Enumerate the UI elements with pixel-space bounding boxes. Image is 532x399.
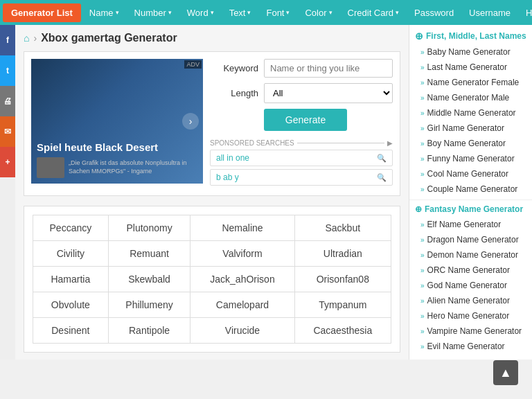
sidebar-link[interactable]: »ORC Name Generator: [409, 263, 532, 278]
sidebar-section-fantasy: ⊕ Fantasy Name Generator: [409, 200, 532, 217]
ad-title: Spiel heute Black Desert: [37, 141, 197, 153]
chevron-icon: »: [420, 109, 425, 117]
result-cell[interactable]: Valviform: [190, 241, 294, 267]
sidebar-section-2-label: Fantasy Name Generator: [425, 204, 523, 214]
generator-list-button[interactable]: Generator List: [3, 3, 81, 22]
sidebar-link[interactable]: »Demon Name Generator: [409, 247, 532, 263]
sidebar-link[interactable]: »Elf Name Generator: [409, 217, 532, 232]
result-cell[interactable]: Camelopard: [190, 292, 294, 318]
sidebar-link[interactable]: »Hero Name Generator: [409, 308, 532, 323]
nav-number[interactable]: Number▾: [127, 3, 179, 22]
sidebar-link[interactable]: »Vampire Name Generator: [409, 323, 532, 339]
sidebar-link[interactable]: »Name Generator Male: [409, 90, 532, 105]
sidebar-link[interactable]: »Last Name Generator: [409, 60, 532, 75]
result-cell[interactable]: Virucide: [190, 318, 294, 344]
sponsored-label: SPONSORED SEARCHES ▶: [210, 139, 393, 147]
keyword-input[interactable]: [264, 59, 393, 78]
sidebar-link[interactable]: »Boy Name Generator: [409, 136, 532, 151]
scroll-top-button[interactable]: ▲: [493, 360, 518, 385]
nav-color[interactable]: Color▾: [298, 3, 339, 22]
social-sidebar: f t 🖨 ✉ +: [0, 25, 15, 360]
sidebar-link-label: Cool Name Generator: [427, 169, 508, 179]
keyword-label: Keyword: [210, 63, 258, 73]
email-button[interactable]: ✉: [0, 116, 15, 147]
nav-name[interactable]: Name▾: [82, 3, 126, 22]
sidebar-link[interactable]: »Cool Name Generator: [409, 166, 532, 181]
section-bullet-2: ⊕: [415, 204, 422, 214]
result-cell[interactable]: Ultradian: [294, 241, 391, 267]
twitter-button[interactable]: t: [0, 55, 15, 86]
section-bullet-1: ⊕: [415, 30, 423, 42]
sidebar-link-label: Elf Name Generator: [427, 220, 502, 229]
advertisement: Spiel heute Black Desert „Die Grafik ist…: [31, 59, 203, 184]
result-cell[interactable]: Desinent: [33, 318, 109, 344]
sidebar-link[interactable]: »God Name Generator: [409, 278, 532, 293]
sponsored-item-1[interactable]: all in one 🔍: [210, 150, 393, 166]
nav-credit-card[interactable]: Credit Card▾: [341, 3, 406, 22]
result-cell[interactable]: Hamartia: [33, 267, 109, 292]
search-icon-1: 🔍: [377, 154, 387, 163]
sidebar-link-label: Demon Name Generator: [427, 250, 518, 260]
chevron-icon: »: [420, 251, 425, 259]
length-select[interactable]: All Short Medium Long: [264, 83, 393, 103]
chevron-icon: »: [420, 297, 425, 305]
nav-username[interactable]: Username: [462, 3, 517, 22]
sidebar-link-label: Girl Name Generator: [427, 123, 504, 133]
sidebar-link-label: Baby Name Generator: [427, 47, 511, 57]
sidebar-link-label: Name Generator Male: [427, 93, 510, 103]
right-sidebar: ⊕ First, Middle, Last Names »Baby Name G…: [409, 25, 532, 360]
print-button[interactable]: 🖨: [0, 86, 15, 116]
result-cell[interactable]: Nemaline: [190, 215, 294, 241]
result-cell[interactable]: Rantipole: [108, 318, 190, 344]
result-cell[interactable]: Peccancy: [33, 215, 109, 241]
sidebar-link[interactable]: »Dragon Name Generator: [409, 232, 532, 247]
result-cell[interactable]: Cacaesthesia: [294, 318, 391, 344]
chevron-icon: »: [420, 282, 425, 290]
breadcrumb-separator: ›: [33, 33, 37, 44]
sidebar-link[interactable]: »Funny Name Generator: [409, 151, 532, 166]
chevron-icon: »: [420, 155, 425, 163]
result-cell[interactable]: Phillumeny: [108, 292, 190, 318]
content-area: ⌂ › Xbox gamertag Generator Spiel heute …: [15, 25, 409, 360]
ad-next-arrow[interactable]: ›: [182, 113, 199, 130]
sidebar-link-label: Middle Name Generator: [427, 108, 516, 118]
result-cell[interactable]: Skewbald: [108, 267, 190, 292]
ad-label: ADV: [184, 60, 202, 69]
chevron-icon: »: [420, 312, 425, 320]
ad-footer: „Die Grafik ist das absolute Nonplusultr…: [37, 157, 197, 178]
sidebar-link-label: Funny Name Generator: [427, 154, 515, 163]
sidebar-link[interactable]: »Baby Name Generator: [409, 44, 532, 60]
sidebar-link[interactable]: »Name Generator Female: [409, 75, 532, 90]
sidebar-link[interactable]: »Evil Name Generator: [409, 339, 532, 354]
result-cell[interactable]: Remuant: [108, 241, 190, 267]
result-cell[interactable]: Civility: [33, 241, 109, 267]
sponsored-item-2[interactable]: b ab y 🔍: [210, 169, 393, 186]
result-cell[interactable]: Plutonomy: [108, 215, 190, 241]
nav-word[interactable]: Word▾: [180, 3, 221, 22]
chevron-icon: »: [420, 221, 425, 229]
nav-text[interactable]: Text▾: [222, 3, 258, 22]
result-cell[interactable]: Tympanum: [294, 292, 391, 318]
facebook-button[interactable]: f: [0, 25, 15, 55]
chevron-icon: »: [420, 79, 425, 87]
result-cell[interactable]: Sackbut: [294, 215, 391, 241]
chevron-icon: »: [420, 125, 425, 132]
sidebar-link[interactable]: »Girl Name Generator: [409, 121, 532, 136]
generate-button[interactable]: Generate: [264, 109, 347, 131]
sidebar-link-label: Dragon Name Generator: [427, 235, 519, 245]
sidebar-link[interactable]: »Couple Name Generator: [409, 181, 532, 197]
chevron-icon: »: [420, 267, 425, 274]
sidebar-link[interactable]: »Alien Name Generator: [409, 293, 532, 308]
result-cell[interactable]: Orisonfan08: [294, 267, 391, 292]
home-icon[interactable]: ⌂: [24, 33, 29, 44]
result-cell[interactable]: Jack_ahOrison: [190, 267, 294, 292]
nav-password[interactable]: Password: [407, 3, 461, 22]
nav-font[interactable]: Font▾: [259, 3, 296, 22]
result-cell[interactable]: Obvolute: [33, 292, 109, 318]
google-plus-button[interactable]: +: [0, 147, 15, 177]
sidebar-link-label: Last Name Generator: [427, 62, 507, 72]
sidebar-link-label: Evil Name Generator: [427, 342, 505, 351]
sidebar-link[interactable]: »Middle Name Generator: [409, 105, 532, 121]
sponsored-item-1-text: all in one: [216, 153, 249, 163]
nav-hashtag[interactable]: Hashtag: [519, 3, 532, 22]
